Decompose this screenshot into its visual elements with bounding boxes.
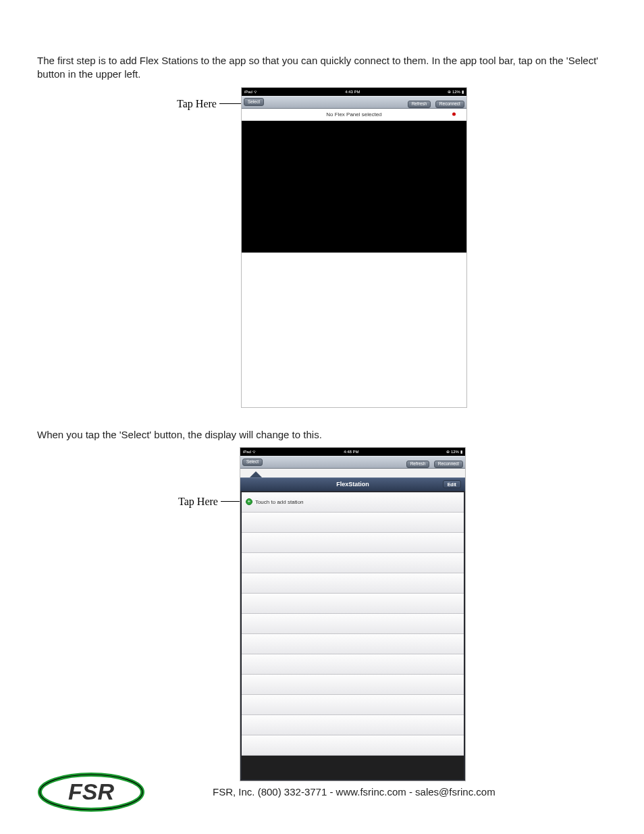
- content-area-blank: [242, 253, 466, 407]
- popover-arrow-icon: [250, 471, 262, 477]
- battery-icon: ▮: [462, 89, 464, 94]
- toolbar: Select Refresh Reconnect: [242, 96, 466, 109]
- callout-1-line: [219, 103, 241, 104]
- footer-text: FSR, Inc. (800) 332-3771 - www.fsrinc.co…: [213, 786, 495, 798]
- list-item: [242, 614, 464, 634]
- status-bar-2: iPad ᯤ 4:48 PM ⊕ 12% ▮: [240, 448, 465, 456]
- ipad-screenshot-1: iPad ᯤ 4:43 PM ⊕ 12% ▮ Select Refresh Re…: [241, 87, 467, 408]
- panel-message: No Flex Panel selected: [326, 111, 381, 118]
- toolbar-2: Select Refresh Reconnect: [240, 456, 465, 469]
- list-item: [242, 533, 464, 553]
- popover-title: FlexStation: [336, 481, 369, 488]
- add-station-label: Touch to add station: [255, 499, 304, 505]
- page-footer: FSR FSR, Inc. (800) 332-3771 - www.fsrin…: [37, 770, 607, 814]
- logo-text: FSR: [68, 779, 114, 804]
- station-list: + Touch to add station: [240, 491, 465, 781]
- callout-2-text: Tap Here: [178, 496, 218, 508]
- wifi-icon-2: ᯤ: [252, 450, 257, 454]
- list-item: [242, 513, 464, 533]
- battery-pct-2: 12%: [451, 450, 459, 454]
- select-button-2[interactable]: Select: [242, 459, 263, 467]
- callout-2-line: [221, 501, 240, 502]
- status-right-2: ⊕ 12% ▮: [446, 449, 462, 454]
- ipad-label-2: iPad: [243, 450, 251, 454]
- figure-1: Tap Here iPad ᯤ 4:43 PM ⊕ 12% ▮ Select R…: [177, 87, 467, 408]
- list-item: [242, 695, 464, 715]
- reconnect-button-2[interactable]: Reconnect: [434, 461, 463, 469]
- add-station-row[interactable]: + Touch to add station: [242, 492, 464, 513]
- status-left-2: iPad ᯤ: [243, 450, 257, 454]
- figure-2-wrap: Tap Here iPad ᯤ 4:48 PM ⊕ 12% ▮ Select R…: [37, 447, 607, 781]
- figure-2: Tap Here iPad ᯤ 4:48 PM ⊕ 12% ▮ Select R…: [178, 447, 466, 781]
- list-item: [242, 634, 464, 654]
- list-item: [242, 675, 464, 695]
- list-item: [242, 553, 464, 573]
- status-dot-icon: [452, 113, 456, 116]
- fsr-logo: FSR: [37, 770, 145, 814]
- toolbar-right-2: Refresh Reconnect: [406, 456, 463, 468]
- refresh-button[interactable]: Refresh: [408, 101, 431, 109]
- toolbar-right: Refresh Reconnect: [408, 96, 464, 108]
- panel-info-bar: No Flex Panel selected: [242, 109, 466, 121]
- battery-icon-2: ▮: [460, 449, 462, 454]
- video-area: [242, 121, 466, 253]
- list-item: [242, 573, 464, 594]
- paragraph-1: The first step is to add Flex Stations t…: [37, 54, 607, 82]
- list-item: [242, 654, 464, 675]
- battery-pct: 12%: [452, 90, 460, 94]
- lock-icon: ⊕: [448, 89, 451, 94]
- select-button[interactable]: Select: [244, 98, 264, 106]
- callout-2: Tap Here: [178, 496, 240, 508]
- plus-icon: +: [246, 498, 252, 505]
- status-time-2: 4:48 PM: [344, 450, 358, 454]
- callout-1: Tap Here: [177, 98, 241, 110]
- list-item: [242, 594, 464, 614]
- refresh-button-2[interactable]: Refresh: [406, 461, 430, 469]
- list-item: [242, 735, 464, 756]
- edit-button[interactable]: Edit: [443, 480, 461, 488]
- wifi-icon: ᯤ: [254, 90, 258, 94]
- reconnect-button[interactable]: Reconnect: [435, 101, 464, 109]
- status-left: iPad ᯤ: [244, 90, 258, 94]
- figure-1-wrap: Tap Here iPad ᯤ 4:43 PM ⊕ 12% ▮ Select R…: [37, 87, 607, 408]
- ipad-screenshot-2: iPad ᯤ 4:48 PM ⊕ 12% ▮ Select Refresh Re…: [240, 447, 466, 781]
- list-item: [242, 715, 464, 735]
- status-right: ⊕ 12% ▮: [448, 89, 464, 94]
- status-time: 4:43 PM: [345, 90, 360, 94]
- ipad-label: iPad: [244, 90, 252, 94]
- callout-1-text: Tap Here: [177, 98, 217, 110]
- paragraph-2: When you tap the 'Select' button, the di…: [37, 428, 607, 442]
- lock-icon-2: ⊕: [446, 449, 450, 454]
- status-bar: iPad ᯤ 4:43 PM ⊕ 12% ▮: [242, 88, 466, 96]
- popover-header: FlexStation Edit: [240, 477, 465, 491]
